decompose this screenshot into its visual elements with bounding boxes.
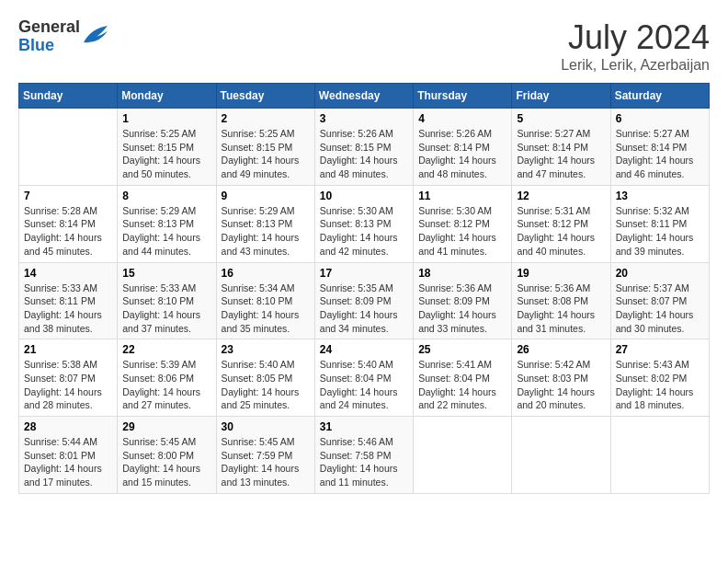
calendar-body: 1Sunrise: 5:25 AM Sunset: 8:15 PM Daylig… (19, 109, 710, 494)
day-number: 15 (122, 267, 210, 280)
weekday-header-monday: Monday (118, 84, 216, 109)
calendar-week-row: 28Sunrise: 5:44 AM Sunset: 8:01 PM Dayli… (19, 417, 710, 494)
day-number: 22 (122, 343, 210, 356)
calendar-week-row: 1Sunrise: 5:25 AM Sunset: 8:15 PM Daylig… (19, 109, 710, 186)
calendar-cell: 10Sunrise: 5:30 AM Sunset: 8:13 PM Dayli… (314, 185, 413, 262)
day-number: 16 (222, 267, 310, 280)
calendar-cell: 5Sunrise: 5:27 AM Sunset: 8:14 PM Daylig… (512, 109, 610, 186)
calendar-cell: 21Sunrise: 5:38 AM Sunset: 8:07 PM Dayli… (19, 339, 118, 417)
day-info: Sunrise: 5:29 AM Sunset: 8:13 PM Dayligh… (122, 204, 210, 259)
calendar-cell (512, 417, 610, 494)
calendar-table: SundayMondayTuesdayWednesdayThursdayFrid… (18, 83, 710, 494)
day-number: 26 (517, 343, 605, 356)
day-info: Sunrise: 5:38 AM Sunset: 8:07 PM Dayligh… (24, 358, 112, 412)
day-info: Sunrise: 5:33 AM Sunset: 8:10 PM Dayligh… (122, 282, 210, 336)
calendar-cell: 25Sunrise: 5:41 AM Sunset: 8:04 PM Dayli… (414, 339, 512, 417)
calendar-cell: 3Sunrise: 5:26 AM Sunset: 8:15 PM Daylig… (314, 109, 413, 186)
day-number: 23 (222, 343, 310, 356)
calendar-cell: 24Sunrise: 5:40 AM Sunset: 8:04 PM Dayli… (314, 339, 413, 417)
calendar-cell: 31Sunrise: 5:46 AM Sunset: 7:58 PM Dayli… (314, 417, 413, 494)
calendar-cell: 15Sunrise: 5:33 AM Sunset: 8:10 PM Dayli… (118, 262, 216, 339)
day-number: 30 (222, 420, 310, 433)
day-info: Sunrise: 5:33 AM Sunset: 8:11 PM Dayligh… (24, 282, 112, 336)
calendar-cell: 4Sunrise: 5:26 AM Sunset: 8:14 PM Daylig… (414, 109, 512, 186)
day-number: 24 (320, 343, 408, 356)
day-number: 2 (222, 112, 310, 125)
day-info: Sunrise: 5:27 AM Sunset: 8:14 PM Dayligh… (616, 127, 704, 181)
day-number: 19 (517, 267, 605, 280)
day-number: 20 (616, 267, 704, 280)
calendar-cell: 30Sunrise: 5:45 AM Sunset: 7:59 PM Dayli… (216, 417, 314, 494)
calendar-week-row: 14Sunrise: 5:33 AM Sunset: 8:11 PM Dayli… (19, 262, 710, 339)
day-info: Sunrise: 5:46 AM Sunset: 7:58 PM Dayligh… (320, 435, 408, 489)
calendar-cell: 16Sunrise: 5:34 AM Sunset: 8:10 PM Dayli… (216, 262, 314, 339)
day-number: 3 (320, 112, 408, 125)
calendar-cell: 1Sunrise: 5:25 AM Sunset: 8:15 PM Daylig… (118, 109, 216, 186)
day-info: Sunrise: 5:30 AM Sunset: 8:12 PM Dayligh… (418, 204, 506, 259)
calendar-cell: 9Sunrise: 5:29 AM Sunset: 8:13 PM Daylig… (216, 185, 314, 262)
day-info: Sunrise: 5:26 AM Sunset: 8:14 PM Dayligh… (418, 127, 506, 181)
weekday-header-row: SundayMondayTuesdayWednesdayThursdayFrid… (19, 84, 710, 109)
day-number: 10 (320, 190, 408, 202)
day-info: Sunrise: 5:43 AM Sunset: 8:02 PM Dayligh… (616, 358, 704, 412)
day-number: 17 (320, 267, 408, 280)
calendar-cell: 18Sunrise: 5:36 AM Sunset: 8:09 PM Dayli… (414, 262, 512, 339)
day-info: Sunrise: 5:36 AM Sunset: 8:09 PM Dayligh… (418, 282, 506, 336)
calendar-week-row: 21Sunrise: 5:38 AM Sunset: 8:07 PM Dayli… (19, 339, 710, 417)
day-info: Sunrise: 5:25 AM Sunset: 8:15 PM Dayligh… (122, 127, 210, 181)
day-info: Sunrise: 5:30 AM Sunset: 8:13 PM Dayligh… (320, 204, 408, 259)
day-number: 14 (24, 267, 112, 280)
day-info: Sunrise: 5:28 AM Sunset: 8:14 PM Dayligh… (24, 204, 112, 259)
month-year: July 2024 (561, 18, 710, 57)
calendar-week-row: 7Sunrise: 5:28 AM Sunset: 8:14 PM Daylig… (19, 185, 710, 262)
calendar-header: SundayMondayTuesdayWednesdayThursdayFrid… (19, 84, 710, 109)
day-info: Sunrise: 5:35 AM Sunset: 8:09 PM Dayligh… (320, 282, 408, 336)
calendar-cell: 13Sunrise: 5:32 AM Sunset: 8:11 PM Dayli… (610, 185, 709, 262)
logo: General Blue (18, 18, 109, 55)
calendar-cell (19, 109, 118, 186)
day-number: 11 (418, 190, 506, 202)
calendar-cell: 8Sunrise: 5:29 AM Sunset: 8:13 PM Daylig… (118, 185, 216, 262)
day-info: Sunrise: 5:37 AM Sunset: 8:07 PM Dayligh… (616, 282, 704, 336)
day-number: 12 (517, 190, 605, 202)
day-number: 31 (320, 420, 408, 433)
calendar-cell: 6Sunrise: 5:27 AM Sunset: 8:14 PM Daylig… (610, 109, 709, 186)
day-number: 4 (418, 112, 506, 125)
weekday-header-saturday: Saturday (610, 84, 709, 109)
day-number: 1 (122, 112, 210, 125)
calendar-cell: 7Sunrise: 5:28 AM Sunset: 8:14 PM Daylig… (19, 185, 118, 262)
day-number: 8 (122, 190, 210, 202)
day-info: Sunrise: 5:32 AM Sunset: 8:11 PM Dayligh… (616, 204, 704, 259)
day-info: Sunrise: 5:31 AM Sunset: 8:12 PM Dayligh… (517, 204, 605, 259)
weekday-header-sunday: Sunday (19, 84, 118, 109)
day-info: Sunrise: 5:44 AM Sunset: 8:01 PM Dayligh… (24, 435, 112, 489)
weekday-header-tuesday: Tuesday (216, 84, 314, 109)
calendar-cell: 27Sunrise: 5:43 AM Sunset: 8:02 PM Dayli… (610, 339, 709, 417)
day-info: Sunrise: 5:25 AM Sunset: 8:15 PM Dayligh… (222, 127, 310, 181)
calendar-cell: 19Sunrise: 5:36 AM Sunset: 8:08 PM Dayli… (512, 262, 610, 339)
calendar-cell: 29Sunrise: 5:45 AM Sunset: 8:00 PM Dayli… (118, 417, 216, 494)
day-info: Sunrise: 5:36 AM Sunset: 8:08 PM Dayligh… (517, 282, 605, 336)
day-number: 9 (222, 190, 310, 202)
weekday-header-wednesday: Wednesday (314, 84, 413, 109)
day-number: 21 (24, 343, 112, 356)
day-number: 29 (122, 420, 210, 433)
day-number: 7 (24, 190, 112, 202)
calendar-cell: 20Sunrise: 5:37 AM Sunset: 8:07 PM Dayli… (610, 262, 709, 339)
location: Lerik, Lerik, Azerbaijan (561, 57, 710, 74)
day-info: Sunrise: 5:40 AM Sunset: 8:05 PM Dayligh… (222, 358, 310, 412)
day-number: 25 (418, 343, 506, 356)
day-number: 13 (616, 190, 704, 202)
day-number: 27 (616, 343, 704, 356)
calendar-cell: 26Sunrise: 5:42 AM Sunset: 8:03 PM Dayli… (512, 339, 610, 417)
day-info: Sunrise: 5:45 AM Sunset: 7:59 PM Dayligh… (222, 435, 310, 489)
calendar-cell: 22Sunrise: 5:39 AM Sunset: 8:06 PM Dayli… (118, 339, 216, 417)
day-info: Sunrise: 5:27 AM Sunset: 8:14 PM Dayligh… (517, 127, 605, 181)
calendar-cell: 2Sunrise: 5:25 AM Sunset: 8:15 PM Daylig… (216, 109, 314, 186)
day-info: Sunrise: 5:45 AM Sunset: 8:00 PM Dayligh… (122, 435, 210, 489)
weekday-header-thursday: Thursday (414, 84, 512, 109)
day-info: Sunrise: 5:42 AM Sunset: 8:03 PM Dayligh… (517, 358, 605, 412)
logo-bird-icon (82, 24, 109, 50)
day-info: Sunrise: 5:29 AM Sunset: 8:13 PM Dayligh… (222, 204, 310, 259)
day-number: 28 (24, 420, 112, 433)
